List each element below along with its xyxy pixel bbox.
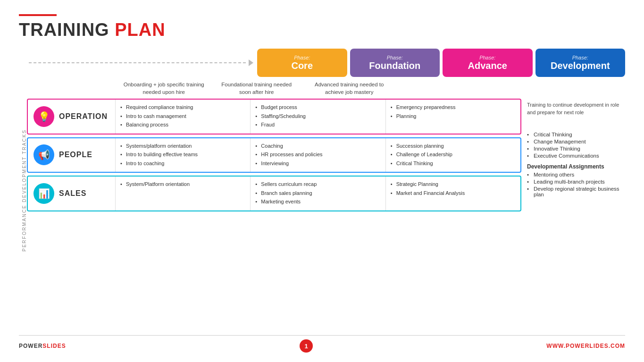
list-item: Emergency preparedness	[391, 103, 516, 111]
desc-advance: Advanced training needed to achieve job …	[304, 80, 394, 97]
phase-advance-label: Phase:	[447, 55, 528, 60]
people-icon: 📢	[33, 144, 54, 165]
sales-advance-list: Strategic Planning Market and Financial …	[391, 180, 516, 197]
dashed-line	[29, 62, 246, 63]
desc-row: Onboarding + job specific training neede…	[27, 80, 625, 97]
dev-skill: Change Management	[527, 139, 625, 144]
page-title: TRAINING PLAN	[19, 20, 625, 40]
sales-core-cell: System/Platform orientation	[115, 177, 250, 210]
dev-skill: Critical Thinking	[527, 132, 625, 137]
track-label-operation: 💡 OPERATION	[28, 100, 115, 134]
sales-icon: 📊	[33, 183, 54, 204]
phase-dev-label: Phase:	[540, 55, 621, 60]
phase-core-name: Core	[262, 60, 343, 71]
people-advance-cell: Succession planning Challenge of Leaders…	[385, 138, 520, 172]
list-item: Succession planning	[391, 142, 516, 150]
footer-page-number: 1	[300, 339, 313, 353]
desc-cols: Onboarding + job specific training neede…	[119, 80, 487, 97]
phase-dev-name: Development	[540, 60, 621, 71]
dev-skills-list: Critical Thinking Change Management Inno…	[527, 132, 625, 159]
list-item: Intro to coaching	[120, 160, 245, 168]
footer-right: WWW.POWERLIDES.COM	[546, 343, 625, 349]
list-item: Critical Thinking	[391, 160, 516, 168]
list-item: Sellers curriculum recap	[255, 180, 380, 188]
main-content: PERFORMANCE DEVELOPMENT TRACKS Phase: Co…	[19, 49, 625, 332]
people-foundation-cell: Coaching HR processes and policies Inter…	[250, 138, 385, 172]
sales-advance-cell: Strategic Planning Market and Financial …	[385, 177, 520, 210]
dev-assignment: Leading multi-branch projects	[527, 179, 625, 185]
track-row-operation: 💡 OPERATION Required compliance training…	[27, 99, 521, 135]
track-label-sales: 📊 SALES	[28, 177, 115, 210]
operation-foundation-list: Budget process Staffing/Scheduling Fraud	[255, 103, 380, 129]
sales-cells: System/Platform orientation Sellers curr…	[115, 177, 520, 210]
list-item: Systems/platform orientation	[120, 142, 245, 150]
dev-col: Training to continue development in role…	[521, 99, 625, 332]
sales-foundation-list: Sellers curriculum recap Branch sales pl…	[255, 180, 380, 206]
title-part2: PLAN	[115, 20, 165, 40]
vertical-label: PERFORMANCE DEVELOPMENT TRACKS	[19, 49, 27, 332]
table-area: Phase: Core Phase: Foundation Phase: Adv…	[27, 49, 625, 332]
desc-spacer	[27, 80, 119, 97]
header-line	[19, 14, 57, 16]
phase-arrow-line	[27, 59, 253, 66]
desc-foundation: Foundational training needed soon after …	[212, 80, 302, 97]
list-item: HR processes and policies	[255, 151, 380, 159]
dev-skill: Executive Communications	[527, 153, 625, 159]
operation-cells: Required compliance training Intro to ca…	[115, 100, 520, 134]
operation-advance-list: Emergency preparedness Planning	[391, 103, 516, 120]
tracks-area: 💡 OPERATION Required compliance training…	[27, 99, 521, 332]
phase-cols: Phase: Core Phase: Foundation Phase: Adv…	[257, 49, 625, 77]
footer-left-accent: SLIDES	[42, 343, 66, 349]
list-item: Strategic Planning	[391, 180, 516, 188]
list-item: Staffing/Scheduling	[255, 112, 380, 120]
phase-foundation-label: Phase:	[355, 55, 435, 60]
people-name: PEOPLE	[59, 151, 92, 159]
desc-development	[397, 80, 487, 97]
title-part1: TRAINING	[19, 20, 115, 40]
list-item: Intro to building effective teams	[120, 151, 245, 159]
track-label-people: 📢 PEOPLE	[28, 138, 115, 172]
phases-row: Phase: Core Phase: Foundation Phase: Adv…	[27, 49, 625, 77]
operation-advance-cell: Emergency preparedness Planning	[385, 100, 520, 134]
dev-assignment: Mentoring others	[527, 172, 625, 177]
list-item: Marketing events	[255, 198, 380, 206]
dev-skill: Innovative Thinking	[527, 146, 625, 152]
list-item: Market and Financial Analysis	[391, 189, 516, 197]
dev-assignment: Develop regional strategic business plan	[527, 186, 625, 197]
people-advance-list: Succession planning Challenge of Leaders…	[391, 142, 516, 168]
dev-assignments-list: Mentoring others Leading multi-branch pr…	[527, 172, 625, 197]
phase-core-label: Phase:	[262, 55, 343, 60]
list-item: Planning	[391, 112, 516, 120]
phase-core: Phase: Core	[257, 49, 347, 77]
phase-advance-name: Advance	[447, 60, 528, 71]
list-item: Required compliance training	[120, 103, 245, 111]
people-cells: Systems/platform orientation Intro to bu…	[115, 138, 520, 172]
page: TRAINING PLAN PERFORMANCE DEVELOPMENT TR…	[0, 0, 644, 362]
track-row-people: 📢 PEOPLE Systems/platform orientation In…	[27, 137, 521, 173]
list-item: Intro to cash management	[120, 112, 245, 120]
list-item: Challenge of Leadership	[391, 151, 516, 159]
operation-foundation-cell: Budget process Staffing/Scheduling Fraud	[250, 100, 385, 134]
desc-core: Onboarding + job specific training neede…	[119, 80, 209, 97]
list-item: Interviewing	[255, 160, 380, 168]
list-item: Budget process	[255, 103, 380, 111]
footer-left: POWERSLIDES	[19, 343, 66, 349]
operation-core-list: Required compliance training Intro to ca…	[120, 103, 245, 129]
phase-foundation: Phase: Foundation	[350, 49, 440, 77]
people-core-list: Systems/platform orientation Intro to bu…	[120, 142, 245, 168]
dev-header: Training to continue development in role…	[527, 99, 625, 132]
dev-desc: Training to continue development in role…	[527, 101, 625, 116]
track-row-sales: 📊 SALES System/Platform orientation	[27, 176, 521, 211]
list-item: Balancing process	[120, 121, 245, 129]
operation-icon: 💡	[33, 106, 54, 127]
phase-foundation-name: Foundation	[355, 60, 435, 71]
sales-name: SALES	[59, 189, 86, 198]
dev-assignments-title: Developmental Assignments	[527, 163, 625, 170]
operation-core-cell: Required compliance training Intro to ca…	[115, 100, 250, 134]
tracks-and-dev: 💡 OPERATION Required compliance training…	[27, 99, 625, 332]
list-item: Branch sales planning	[255, 189, 380, 197]
operation-name: OPERATION	[59, 112, 108, 121]
sales-core-list: System/Platform orientation	[120, 180, 245, 188]
sales-foundation-cell: Sellers curriculum recap Branch sales pl…	[250, 177, 385, 210]
people-foundation-list: Coaching HR processes and policies Inter…	[255, 142, 380, 168]
